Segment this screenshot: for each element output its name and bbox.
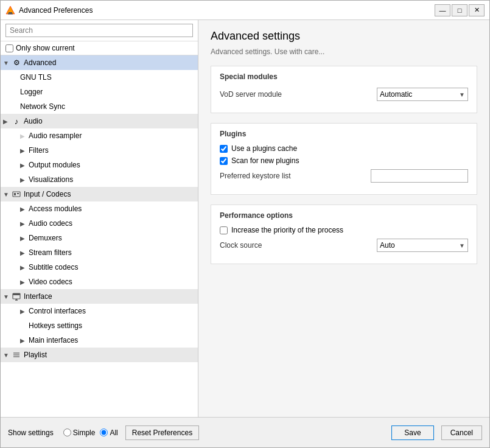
- svg-rect-7: [13, 293, 20, 295]
- tree-item-gnu-tls[interactable]: GNU TLS: [1, 70, 198, 85]
- arrow-playlist: ▼: [3, 352, 12, 359]
- section-plugins: Plugins Use a plugins cache Scan for new…: [211, 123, 477, 195]
- show-settings-label: Show settings: [8, 429, 54, 437]
- label-control-interfaces: Control interfaces: [29, 307, 86, 315]
- page-title: Advanced settings: [211, 30, 477, 43]
- label-input-codecs: Input / Codecs: [24, 190, 71, 198]
- arrow-audio-codecs: ▶: [20, 220, 29, 227]
- radio-simple-text: Simple: [73, 429, 96, 437]
- app-icon: [5, 5, 15, 15]
- arrow-access-modules: ▶: [20, 206, 29, 212]
- title-bar: Advanced Preferences — □ ✕: [1, 1, 489, 20]
- use-plugins-cache-checkbox[interactable]: [220, 145, 228, 153]
- tree-item-interface[interactable]: ▼ Interface: [1, 289, 198, 304]
- tree-item-hotkeys-settings[interactable]: ▶ Hotkeys settings: [1, 318, 198, 333]
- arrow-demuxers: ▶: [20, 235, 29, 242]
- vod-dropdown[interactable]: Automatic ▼: [377, 88, 468, 101]
- clock-source-row: Clock source Auto ▼: [220, 238, 468, 253]
- svg-rect-1: [9, 12, 12, 13]
- tree-item-video-codecs[interactable]: ▶ Video codecs: [1, 275, 198, 289]
- tree-panel: ▼ ⚙ Advanced GNU TLS Logger Network Sync…: [1, 55, 198, 417]
- window-title: Advanced Preferences: [19, 6, 435, 15]
- vod-label: VoD server module: [220, 90, 377, 99]
- tree-item-network-sync[interactable]: Network Sync: [1, 99, 198, 114]
- icon-advanced: ⚙: [12, 58, 21, 68]
- search-box: [1, 20, 198, 41]
- vod-dropdown-value: Automatic: [380, 90, 412, 99]
- keystore-input[interactable]: [371, 169, 468, 183]
- section-title-special: Special modules: [220, 72, 468, 81]
- tree-item-output-modules[interactable]: ▶ Output modules: [1, 158, 198, 172]
- tree-item-logger[interactable]: Logger: [1, 85, 198, 99]
- close-button[interactable]: ✕: [469, 4, 485, 16]
- increase-priority-row: Increase the priority of the process: [220, 226, 468, 234]
- label-interface: Interface: [24, 292, 52, 301]
- arrow-output-modules: ▶: [20, 162, 29, 169]
- window-controls: — □ ✕: [435, 4, 485, 16]
- page-subtitle: Advanced settings. Use with care...: [211, 47, 477, 56]
- radio-simple[interactable]: [63, 429, 71, 436]
- cancel-button[interactable]: Cancel: [441, 425, 482, 440]
- reset-preferences-button[interactable]: Reset Preferences: [125, 425, 199, 440]
- tree-item-audio-resampler[interactable]: ▶ Audio resampler: [1, 128, 198, 143]
- increase-priority-label: Increase the priority of the process: [231, 226, 343, 234]
- clock-label: Clock source: [220, 241, 377, 250]
- tree-item-advanced[interactable]: ▼ ⚙ Advanced: [1, 55, 198, 70]
- svg-rect-2: [8, 13, 13, 15]
- label-network-sync: Network Sync: [20, 102, 65, 111]
- arrow-video-codecs: ▶: [20, 279, 29, 285]
- scan-new-plugins-label: Scan for new plugins: [231, 156, 299, 165]
- bottom-bar: Show settings Simple All Reset Preferenc…: [1, 417, 489, 447]
- arrow-audio: ▶: [3, 118, 12, 125]
- tree-item-main-interfaces[interactable]: ▶ Main interfaces: [1, 333, 198, 348]
- main-window: Advanced Preferences — □ ✕ Only show cur…: [0, 0, 490, 448]
- keystore-control: [371, 169, 468, 183]
- tree-item-control-interfaces[interactable]: ▶ Control interfaces: [1, 304, 198, 318]
- tree-item-filters[interactable]: ▶ Filters: [1, 143, 198, 158]
- icon-interface: [12, 292, 21, 301]
- radio-all[interactable]: [100, 429, 108, 436]
- minimize-button[interactable]: —: [435, 4, 450, 16]
- svg-rect-5: [17, 193, 19, 194]
- tree-item-demuxers[interactable]: ▶ Demuxers: [1, 231, 198, 245]
- save-button[interactable]: Save: [391, 425, 433, 440]
- main-content: Only show current ▼ ⚙ Advanced GNU TLS L…: [1, 20, 489, 417]
- vod-control: Automatic ▼: [377, 88, 468, 101]
- svg-rect-3: [13, 192, 20, 197]
- tree-item-stream-filters[interactable]: ▶ Stream filters: [1, 245, 198, 260]
- radio-simple-label[interactable]: Simple: [63, 429, 96, 437]
- icon-input-codecs: [12, 189, 21, 199]
- scan-new-plugins-checkbox[interactable]: [220, 157, 228, 165]
- arrow-stream-filters: ▶: [20, 250, 29, 256]
- clock-dropdown[interactable]: Auto ▼: [377, 239, 468, 252]
- vod-server-row: VoD server module Automatic ▼: [220, 87, 468, 102]
- label-stream-filters: Stream filters: [29, 248, 72, 257]
- scan-plugins-row: Scan for new plugins: [220, 156, 468, 165]
- tree-item-input-codecs[interactable]: ▼ Input / Codecs: [1, 187, 198, 201]
- label-playlist: Playlist: [24, 351, 47, 359]
- tree-item-subtitle-codecs[interactable]: ▶ Subtitle codecs: [1, 260, 198, 275]
- section-title-performance: Performance options: [220, 211, 468, 220]
- radio-all-label[interactable]: All: [100, 429, 117, 437]
- arrow-main-interfaces: ▶: [20, 337, 29, 344]
- label-hotkeys-settings: Hotkeys settings: [29, 321, 82, 330]
- maximize-button[interactable]: □: [452, 4, 467, 16]
- label-access-modules: Access modules: [29, 205, 82, 213]
- label-output-modules: Output modules: [29, 161, 80, 169]
- arrow-advanced: ▼: [3, 60, 12, 66]
- search-input[interactable]: [5, 24, 193, 37]
- tree-item-access-modules[interactable]: ▶ Access modules: [1, 201, 198, 216]
- tree-item-audio-codecs[interactable]: ▶ Audio codecs: [1, 216, 198, 231]
- tree-item-audio[interactable]: ▶ ♪ Audio: [1, 114, 198, 128]
- vod-dropdown-arrow: ▼: [459, 91, 465, 98]
- only-show-current-checkbox[interactable]: [5, 44, 13, 52]
- tree-item-playlist[interactable]: ▼ Playlist: [1, 348, 198, 362]
- label-logger: Logger: [20, 88, 43, 96]
- keystore-row: Preferred keystore list: [220, 169, 468, 183]
- radio-group: Simple All: [63, 429, 118, 437]
- label-audio: Audio: [24, 117, 43, 125]
- only-show-current-label: Only show current: [16, 44, 75, 52]
- tree-item-visualizations[interactable]: ▶ Visualizations: [1, 172, 198, 187]
- section-title-plugins: Plugins: [220, 130, 468, 138]
- increase-priority-checkbox[interactable]: [220, 226, 228, 234]
